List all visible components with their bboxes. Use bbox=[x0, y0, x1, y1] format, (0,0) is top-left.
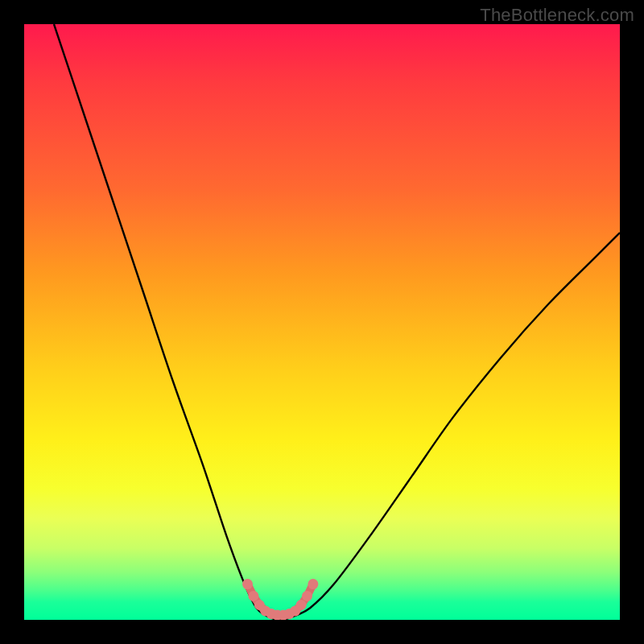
watermark-text: TheBottleneck.com bbox=[480, 5, 634, 26]
optimal-range-dot bbox=[302, 591, 312, 601]
optimal-range-dot bbox=[296, 600, 307, 610]
optimal-range-dot bbox=[308, 579, 318, 589]
optimal-range-dot bbox=[242, 579, 253, 589]
plot-area bbox=[24, 24, 620, 620]
optimal-range-marker bbox=[242, 579, 318, 620]
chart-frame: TheBottleneck.com bbox=[0, 0, 644, 644]
bottleneck-curve bbox=[54, 24, 620, 620]
optimal-range-dot bbox=[248, 591, 258, 601]
chart-svg bbox=[24, 24, 620, 620]
